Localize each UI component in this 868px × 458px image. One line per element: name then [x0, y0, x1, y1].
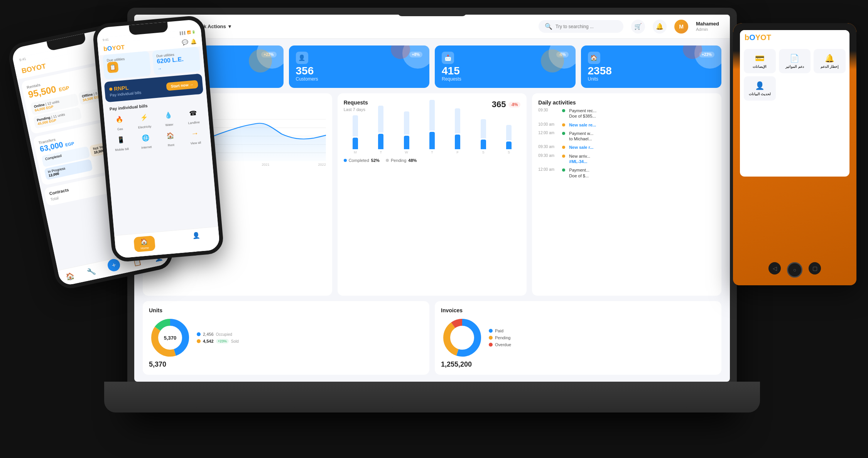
- pos-menu-btn[interactable]: ▢: [809, 262, 821, 274]
- pos-back-btn[interactable]: ◁: [768, 262, 781, 274]
- req-bar-T1: T: [369, 106, 392, 154]
- bell-icon-mid: 🔔: [190, 38, 197, 44]
- units-card-title: Units: [149, 307, 423, 313]
- pos-screen: bOYOT 💳 الإيصانات 📄 دعم المواتير 🔔 إخطار…: [740, 30, 849, 177]
- invoices-card-title: Invoices: [441, 307, 715, 313]
- utilities-icon[interactable]: 🔧: [86, 267, 96, 277]
- requests-bars: M T W: [344, 116, 521, 154]
- requests-subtitle: Last 7 days: [344, 107, 368, 112]
- units-icon: 🏠: [588, 52, 600, 64]
- invoices-icon: 📄: [790, 54, 799, 63]
- user-name: Mahamed: [696, 21, 719, 27]
- customers-icon: 👤: [296, 52, 308, 64]
- pos-home-btn[interactable]: ○: [787, 262, 802, 278]
- pos-device: bOYOT 💳 الإيصانات 📄 دعم المواتير 🔔 إخطار…: [733, 23, 856, 285]
- invoices-card: Invoices Paid: [435, 301, 721, 375]
- units-donut-row: 5,370 2,456 Occupied 4,542: [149, 317, 423, 359]
- pos-menu-receipts[interactable]: 💳 الإيصانات: [744, 49, 776, 73]
- laptop-base: [104, 382, 760, 413]
- pos-screen-header: bOYOT: [740, 30, 849, 45]
- stat-card-units[interactable]: 🏠 +23% 2358 Units: [581, 45, 722, 88]
- requests-icon: 📩: [442, 52, 454, 64]
- laptop-notch: [397, 8, 467, 16]
- user-role: Admin: [696, 27, 719, 32]
- profile-icon-mid: 👤: [192, 232, 200, 240]
- units-donut-labels: 2,456 Occupied 4,542 +23% Sold: [197, 332, 239, 344]
- req-bar-S2: S: [497, 125, 520, 154]
- req-bar-S1: S: [472, 119, 495, 154]
- requests-legend: Completed 52% Pending 48%: [344, 158, 521, 163]
- due-utilities-item: Due utilities 📋: [103, 51, 151, 79]
- search-bar[interactable]: 🔍: [539, 20, 623, 33]
- invoices-donut-labels: Paid Pending Overdue: [489, 328, 511, 347]
- bill-landline[interactable]: ☎ Landline: [181, 105, 205, 125]
- dashboard: bOYOT بيووت Quick Actions ▾ 🔍 🛒 🔔 M Maha…: [134, 15, 730, 382]
- invoices-total: 1,255,200: [441, 360, 715, 369]
- activity-item-3: 12:00 am Payment w...to Michael...: [538, 131, 715, 142]
- nav-home[interactable]: 🏠 Home: [133, 236, 155, 253]
- activity-item-2: 10:00 am New sale re...: [538, 122, 715, 128]
- utilities-due-icon: 📋: [107, 61, 118, 73]
- req-bar-M: M: [344, 115, 367, 154]
- phone-mid: 9:41 ▌▌▌ 📶 🔋 bOYOT 💬 🔔 Due utilities 📋 D…: [92, 15, 225, 263]
- activity-list: 09:30 Payment rec...Doe of $385... 10:00…: [538, 108, 715, 178]
- customers-label: Customers: [296, 76, 423, 82]
- bill-viewall[interactable]: → View all: [183, 126, 207, 146]
- chat-icon: 💬: [182, 39, 188, 45]
- phone-mid-nav: 🏠 Home 👤: [114, 226, 220, 258]
- invoices-donut-row: Paid Pending Overdue: [441, 317, 715, 359]
- req-bar-W: W: [395, 111, 418, 154]
- bill-electricity[interactable]: ⚡ Electricity: [132, 110, 156, 130]
- notifications-icon: 🔔: [825, 54, 834, 63]
- activity-item-1: 09:30 Payment rec...Doe of $385...: [538, 108, 715, 119]
- stat-card-requests[interactable]: 📩 -6% 415 Requests: [435, 45, 576, 88]
- add-button[interactable]: +: [106, 258, 121, 273]
- bill-mobile[interactable]: 📱 Mobile bill: [109, 132, 133, 152]
- bill-gas[interactable]: 🔥 Gas: [108, 112, 132, 132]
- stat-card-customers[interactable]: 👤 +8% 356 Customers: [289, 45, 430, 88]
- avatar[interactable]: M: [674, 20, 688, 34]
- units-total: 5,370: [149, 360, 423, 369]
- middle-row: Customers: [143, 93, 721, 296]
- bottom-row: Units 5,370: [143, 301, 721, 375]
- search-icon: 🔍: [545, 23, 552, 30]
- phone-left-logo: BOYOT: [21, 62, 47, 75]
- activities-title: Daily activities: [538, 99, 715, 106]
- rnpl-start-button[interactable]: Start now →: [166, 80, 198, 91]
- bill-water[interactable]: 💧 Water: [157, 108, 181, 128]
- activity-item-4: 09:30 am New sale r...: [538, 145, 715, 150]
- requests-chart-card: Requests Last 7 days 365 -8%: [338, 93, 527, 296]
- req-bar-T2: T: [420, 100, 444, 154]
- cart-icon-btn[interactable]: 🛒: [631, 20, 645, 34]
- svg-text:5,370: 5,370: [164, 335, 177, 341]
- pos-buttons: ◁ ○ ▢: [768, 262, 821, 278]
- internet-icon: 🌐: [138, 130, 153, 145]
- user-info: Mahamed Admin: [696, 21, 719, 32]
- nav-profile[interactable]: 👤: [192, 232, 201, 248]
- pos-menu-profile[interactable]: 👤 لحديث البيانات: [744, 76, 776, 101]
- units-label: Units: [588, 76, 715, 82]
- customers-number: 356: [296, 66, 423, 76]
- profile-icon-pos: 👤: [755, 81, 765, 90]
- due-amount-item: Due utilities 6200 L.E. →: [152, 47, 201, 75]
- viewall-icon: →: [188, 126, 202, 140]
- pos-logo: bOYOT: [745, 33, 771, 42]
- pos-menu-invoices[interactable]: 📄 دعم المواتير: [779, 49, 811, 73]
- bell-icon-btn[interactable]: 🔔: [653, 20, 667, 34]
- pos-body: bOYOT 💳 الإيصانات 📄 دعم المواتير 🔔 إخطار…: [733, 23, 856, 285]
- electricity-icon: ⚡: [137, 110, 151, 125]
- phone-mid-screen: 9:41 ▌▌▌ 📶 🔋 bOYOT 💬 🔔 Due utilities 📋 D…: [97, 29, 220, 258]
- bill-rent[interactable]: 🏠 Rent: [159, 128, 182, 148]
- laptop-screen: bOYOT بيووت Quick Actions ▾ 🔍 🛒 🔔 M Maha…: [134, 15, 730, 382]
- home-icon[interactable]: 🏠: [65, 271, 75, 281]
- top-nav: bOYOT بيووت Quick Actions ▾ 🔍 🛒 🔔 M Maha…: [134, 15, 730, 39]
- requests-total: 365: [492, 99, 506, 109]
- landline-icon: ☎: [186, 106, 200, 120]
- search-input[interactable]: [556, 24, 617, 29]
- daily-activities-card: Daily activities 09:30 Payment rec...Doe…: [532, 93, 721, 296]
- bill-internet[interactable]: 🌐 Internet: [134, 130, 158, 150]
- pos-menu-notifications[interactable]: 🔔 إخطار الدعم: [814, 49, 846, 73]
- dashboard-content: 📋 +23% 2358 Projects 👤 +8%: [134, 39, 730, 382]
- units-card: Units 5,370: [143, 301, 429, 375]
- units-number: 2358: [588, 66, 715, 76]
